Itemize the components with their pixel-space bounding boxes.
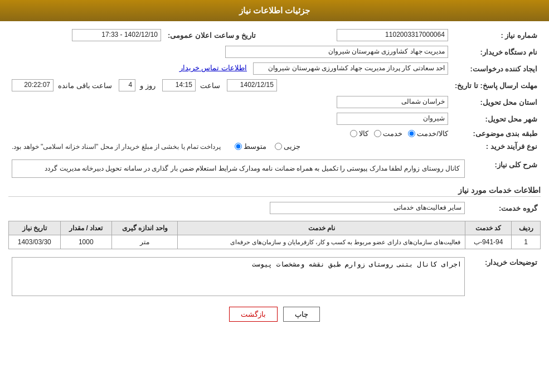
tabaqe-kala-khedmat-item: کالا/خدمت: [408, 129, 448, 138]
shahr-cell: شیروان: [8, 110, 451, 127]
noe-farayand-jozi-radio[interactable]: [275, 143, 282, 150]
col-tarikh: تاریخ نیاز: [9, 221, 61, 235]
tozihat-cell: [8, 255, 468, 300]
ostan-label: استان محل تحویل:: [451, 94, 541, 110]
page-header: جزئیات اطلاعات نیاز: [0, 0, 549, 21]
noe-farayand-motaset-radio[interactable]: [235, 143, 242, 150]
grohe-khedmat-table: گروه خدمت: سایر فعالیت‌های خدماتی: [8, 200, 541, 216]
shahr-box: شیروان: [337, 113, 448, 125]
col-vahed: واحد اندازه گیری: [111, 221, 177, 235]
grohe-khedmat-box: سایر فعالیت‌های خدماتی: [270, 202, 465, 214]
ijad-konande-cell: احد سعادتی کار پرداز مدیریت جهاد کشاورزی…: [8, 60, 451, 77]
btn-chap[interactable]: چاپ: [283, 307, 320, 322]
grohe-khedmat-label: گروه خدمت:: [468, 200, 541, 216]
button-row: چاپ بازگشت: [8, 307, 541, 322]
tozihat-row: توضیحات خریدار:: [8, 255, 541, 300]
tabaqe-kala-radio[interactable]: [350, 130, 357, 137]
row-ostan: استان محل تحویل: خراسان شمالی: [8, 94, 541, 110]
tabaqe-kala-khedmat-label: کالا/خدمت: [417, 129, 448, 138]
ijad-konande-box: احد سعادتی کار پرداز مدیریت جهاد کشاورزی…: [253, 62, 448, 75]
noe-farayand-label: نوع فرآیند خرید :: [451, 140, 541, 153]
grohe-khedmat-cell: سایر فعالیت‌های خدماتی: [8, 200, 468, 216]
content-area: شماره نیاز : 1102003317000064 تاریخ و سا…: [0, 21, 549, 333]
tozihat-label: توضیحات خریدار:: [468, 255, 541, 300]
shomare-niaz-label: شماره نیاز :: [451, 27, 541, 43]
cell-nam-khedmat: فعالیت‌های سازمان‌های دارای عضو مربوط به…: [178, 235, 465, 249]
nam-dastgah-label: نام دستگاه خریدار:: [451, 43, 541, 60]
mohlat-date-box: 1402/12/15: [227, 79, 277, 91]
tabaqe-cell: کالا خدمت کالا/خدمت: [8, 127, 451, 140]
row-noe-farayand: نوع فرآیند خرید : جزیی متوسط پرداخت تمام…: [8, 140, 541, 153]
tabaqe-kala-khedmat-radio[interactable]: [408, 130, 415, 137]
noe-farayand-jozi-label: جزیی: [284, 142, 300, 151]
row-shahr: شهر محل تحویل: شیروان: [8, 110, 541, 127]
page-wrapper: جزئیات اطلاعات نیاز شماره نیاز : 1102003…: [0, 0, 549, 392]
ijad-konande-label: ایجاد کننده درخواست:: [451, 60, 541, 77]
tabaqe-label: طبقه بندی موضوعی:: [451, 127, 541, 140]
row-ijad-konande: ایجاد کننده درخواست: احد سعادتی کار پردا…: [8, 60, 541, 77]
tabaqe-kala-item: کالا: [350, 129, 368, 138]
noe-farayand-cell: جزیی متوسط پرداخت تمام یا بخشی از مبلغ خ…: [8, 140, 451, 153]
tarikh-label: تاریخ و ساعت اعلان عمومی:: [164, 27, 259, 43]
tozihat-table: توضیحات خریدار:: [8, 255, 541, 300]
row-shomare-tarikh: شماره نیاز : 1102003317000064 تاریخ و سا…: [8, 27, 541, 43]
ettelaat-tamas-link[interactable]: اطلاعات تماس خریدار: [179, 64, 247, 72]
tabaqe-khedmat-radio[interactable]: [374, 130, 381, 137]
cell-radif: 1: [512, 235, 541, 249]
cell-tedad: 1000: [60, 235, 111, 249]
mohlat-saat-label: ساعت: [200, 81, 220, 90]
mohlat-roz-box: 4: [119, 79, 135, 91]
sherh-niaz-cell: کانال روستای زوارم لطفا مدارک پیوستی را …: [8, 157, 468, 180]
mohlat-baqi-label: ساعت باقی مانده: [58, 81, 112, 90]
info-table: شماره نیاز : 1102003317000064 تاریخ و سا…: [8, 27, 541, 153]
noe-farayand-jozi-item: جزیی: [275, 142, 300, 151]
btn-bazgasht[interactable]: بازگشت: [229, 307, 278, 322]
service-table-head: ردیف کد خدمت نام خدمت واحد اندازه گیری ت…: [9, 221, 541, 235]
tabaqe-khedmat-label: خدمت: [383, 129, 402, 138]
col-kod-khedmat: کد خدمت: [465, 221, 512, 235]
page-title: جزئیات اطلاعات نیاز: [239, 6, 310, 15]
row-tabaqe: طبقه بندی موضوعی: کالا خدمت کالا/خدمت: [8, 127, 541, 140]
cell-tarikh: 1403/03/30: [9, 235, 61, 249]
ostan-cell: خراسان شمالی: [8, 94, 451, 110]
row-nam-dastgah: نام دستگاه خریدار: مدیریت جهاد کشاورزی ش…: [8, 43, 541, 60]
mohlat-roz-label: روز و: [140, 81, 156, 90]
mohlat-baqi-box: 20:22:07: [12, 79, 54, 91]
sherh-niaz-table: شرح کلی نیاز: کانال روستای زوارم لطفا مد…: [8, 157, 541, 180]
grohe-khedmat-row: گروه خدمت: سایر فعالیت‌های خدماتی: [8, 200, 541, 216]
sherh-niaz-label: شرح کلی نیاز:: [468, 157, 541, 180]
ostan-box: خراسان شمالی: [337, 96, 448, 108]
nam-dastgah-box: مدیریت جهاد کشاورزی شهرستان شیروان: [225, 46, 448, 58]
noe-farayand-motaset-label: متوسط: [244, 142, 266, 151]
noe-farayand-desc: پرداخت تمام یا بخشی از مبلغ خریدار از مح…: [12, 143, 221, 151]
table-row: 1 941-94-ب فعالیت‌های سازمان‌های دارای ع…: [9, 235, 541, 249]
service-table: ردیف کد خدمت نام خدمت واحد اندازه گیری ت…: [8, 221, 541, 249]
khadamat-title: اطلاعات خدمات مورد نیاز: [8, 186, 541, 197]
tarikh-value: 1402/12/10 - 17:33: [8, 27, 164, 43]
service-table-header-row: ردیف کد خدمت نام خدمت واحد اندازه گیری ت…: [9, 221, 541, 235]
shomare-niaz-value: 1102003317000064: [259, 27, 451, 43]
cell-kod-khedmat: 941-94-ب: [465, 235, 512, 249]
service-table-body: 1 941-94-ب فعالیت‌های سازمان‌های دارای ع…: [9, 235, 541, 249]
cell-vahed: متر: [111, 235, 177, 249]
mohlat-cell: 1402/12/15 ساعت 14:15 روز و 4 ساعت باقی …: [8, 77, 451, 94]
sherh-niaz-box: کانال روستای زوارم لطفا مدارک پیوستی را …: [12, 159, 465, 178]
mohlat-saat-box: 14:15: [162, 79, 196, 91]
shahr-label: شهر محل تحویل:: [451, 110, 541, 127]
noe-farayand-motaset-item: متوسط: [235, 142, 266, 151]
col-radif: ردیف: [512, 221, 541, 235]
shomare-niaz-box: 1102003317000064: [337, 29, 448, 41]
mohlat-label: مهلت ارسال پاسخ: تا تاریخ:: [451, 77, 541, 94]
tabaqe-khedmat-item: خدمت: [374, 129, 402, 138]
nam-dastgah-cell: مدیریت جهاد کشاورزی شهرستان شیروان: [8, 43, 451, 60]
col-tedad: تعداد / مقدار: [60, 221, 111, 235]
tozihat-textarea[interactable]: [12, 257, 465, 296]
tarikh-box: 1402/12/10 - 17:33: [72, 29, 161, 41]
col-nam-khedmat: نام خدمت: [178, 221, 465, 235]
tabaqe-kala-label: کالا: [359, 129, 368, 138]
row-mohlat: مهلت ارسال پاسخ: تا تاریخ: 1402/12/15 سا…: [8, 77, 541, 94]
sherh-niaz-row: شرح کلی نیاز: کانال روستای زوارم لطفا مد…: [8, 157, 541, 180]
sherh-niaz-value: کانال روستای زوارم لطفا مدارک پیوستی را …: [45, 164, 460, 172]
